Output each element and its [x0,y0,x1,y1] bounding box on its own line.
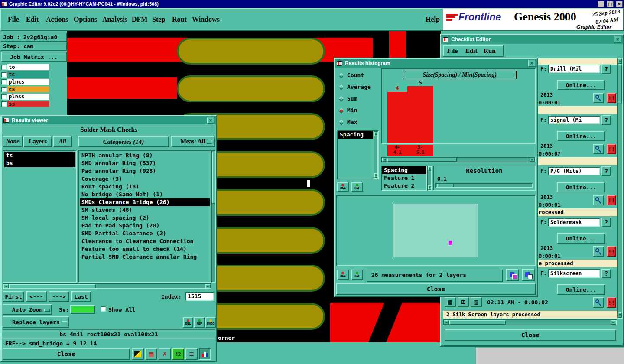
online-button[interactable]: Online... [557,131,605,141]
scroll-thumb[interactable] [9,284,96,288]
layer-name[interactable]: cs [7,86,49,92]
checklist-menu-run[interactable]: Run [484,47,496,55]
help-button[interactable]: ? [601,269,611,278]
menu-windows[interactable]: Windows [192,16,220,23]
meas-dropdown[interactable]: Meas: All [171,136,215,147]
maximize-button[interactable]: □ [607,1,614,7]
alert-button[interactable]: !! [607,195,616,205]
category-item[interactable]: Rout spacing (18) [80,183,210,191]
measure-tool-button[interactable] [132,348,144,360]
viewer-close-icon[interactable]: × [207,117,214,124]
report-page-button[interactable]: ▤ [445,297,456,307]
histogram-bar[interactable] [387,92,407,143]
last-button[interactable]: Last [71,291,91,302]
next-button[interactable]: ---> [49,291,69,302]
feature-list-item[interactable]: Feature 2 [382,182,426,190]
online-button[interactable]: Online... [557,233,605,244]
layer-checkbox[interactable] [1,72,7,78]
minimize-button[interactable]: _ [598,1,604,7]
grid-page-button[interactable]: ⊞ [458,297,469,307]
scroll-right-icon[interactable]: ► [611,320,616,325]
histogram-close-button[interactable]: Close [336,283,536,295]
scroll-down-icon[interactable]: ▼ [428,185,431,190]
category-item[interactable]: No bridge (Same Net) (1) [80,191,210,198]
category-item[interactable]: Coverage (3) [80,175,210,183]
category-item[interactable]: SM local spacing (2) [80,214,210,222]
layer-name[interactable]: to [7,64,49,70]
select-none-button[interactable]: None [3,136,23,147]
online-button[interactable]: Online... [557,284,605,295]
viewer-close-button[interactable]: Close [3,348,130,360]
checklist-close-button[interactable]: Close [445,329,616,341]
menu-options[interactable]: Options [74,16,97,23]
menu-analysis[interactable]: Analysis [102,16,127,23]
export-layer-button[interactable] [522,269,535,281]
layer-row[interactable]: cs [0,86,67,93]
menu-edit[interactable]: Edit [26,16,39,23]
stat-average-label[interactable]: Average [347,84,371,90]
scroll-thumb[interactable] [449,320,506,325]
histogram-del-button[interactable]: DEL [337,270,349,280]
measure-list-item[interactable]: Spacing [338,131,373,139]
viewer-layer-item[interactable]: bs [4,159,75,167]
scroll-left-icon[interactable]: ◄ [444,320,449,325]
format-field[interactable]: Drill (Mil [548,65,600,73]
scroll-down-icon[interactable]: ▼ [374,173,377,178]
delete-tool-button[interactable]: ✗ [159,348,171,360]
layer-row[interactable]: plncs [0,78,67,85]
category-item[interactable]: Pad to Pad Spacing (28) [80,222,210,230]
checklist-close-icon[interactable]: × [614,36,621,43]
report-tool-button[interactable]: ≡ [185,348,198,360]
radio-average[interactable] [338,84,344,90]
layer-checkbox[interactable] [1,79,7,85]
layer-name[interactable]: ts [7,72,49,78]
send-to-layer-button[interactable] [506,269,519,281]
histogram-close-icon[interactable]: × [528,60,535,67]
stat-count-label[interactable]: Count [347,72,364,78]
prev-button[interactable]: <--- [26,291,47,302]
view-results-button[interactable] [593,93,604,103]
measurement-preview[interactable] [336,195,536,266]
help-button[interactable]: ? [601,64,611,74]
categories-hscrollbar[interactable]: ◄ ► [3,283,211,289]
radio-count[interactable] [338,73,344,78]
format-field[interactable]: signal (Mi [548,116,600,124]
category-item[interactable]: Partial SMD Clearance annular Ring [80,253,210,261]
auto-zoom-dropdown[interactable]: Auto Zoom [3,304,52,315]
viewer-layer-list[interactable]: ts bs [3,150,77,283]
select-all-button[interactable]: All [53,136,72,147]
show-all-checkbox[interactable] [101,306,106,312]
view-results-button[interactable] [593,297,604,308]
feature-list-item[interactable]: Spacing [382,166,426,174]
scroll-thumb[interactable] [387,158,457,162]
scroll-right-icon[interactable]: ► [205,284,211,288]
help-button[interactable]: ? [601,115,611,125]
category-item[interactable]: Pad annular Ring (928) [80,167,210,175]
sv-color-swatch[interactable] [70,305,95,314]
layer-row[interactable]: to [0,64,67,71]
menu-step[interactable]: Step [152,16,165,23]
layer-name[interactable]: ss [7,101,49,107]
viewer-ref-button[interactable]: REF [194,317,205,328]
histogram-bar[interactable] [407,86,433,143]
alert-button[interactable]: !! [607,297,616,308]
menu-rout[interactable]: Rout [172,16,187,23]
viewer-layer-item[interactable]: ts [4,152,75,159]
scroll-up-icon[interactable]: ▲ [374,132,377,136]
view-results-button[interactable] [593,195,604,205]
radio-sum[interactable] [338,96,344,102]
index-input[interactable]: 1515 [185,292,214,301]
replace-layers-dropdown[interactable]: Replace layers [3,316,69,328]
view-results-button[interactable] [593,246,604,257]
alert-button[interactable]: !! [607,93,616,103]
scroll-thumb[interactable] [212,152,215,204]
view-results-button[interactable] [593,144,604,154]
radio-max[interactable] [338,120,344,125]
category-item[interactable]: SMD Partial Clearance (2) [80,230,210,237]
histogram-del-button[interactable]: DEL [337,182,349,192]
grid-tool-button[interactable]: ▦ [145,348,157,360]
checklist-hscrollbar[interactable]: ◄ ► [443,319,617,325]
stat-min-label[interactable]: Min [347,107,357,114]
menu-file[interactable]: File [8,16,19,23]
scroll-thumb[interactable] [618,64,622,103]
